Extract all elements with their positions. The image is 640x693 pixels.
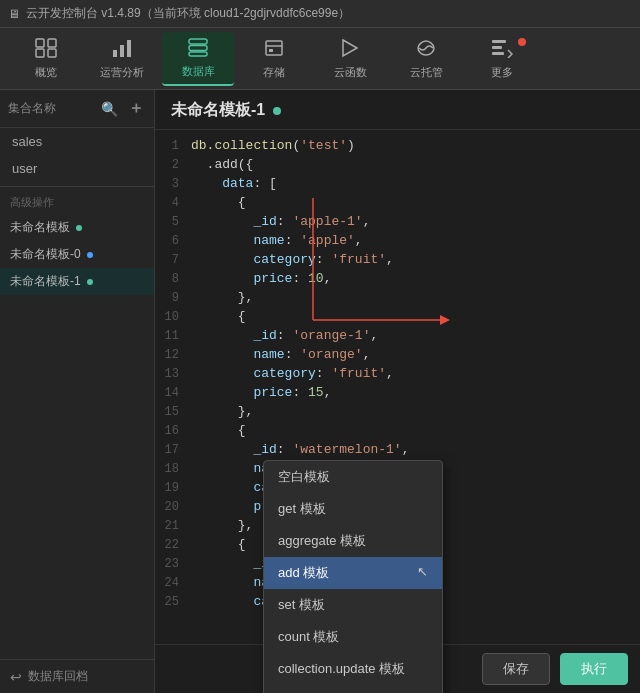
content-header: 未命名模板-1 (155, 90, 640, 130)
app-icon: 🖥 (8, 7, 20, 21)
code-line: 17 _id: 'watermelon-1', (155, 442, 640, 461)
execute-button[interactable]: 执行 (560, 653, 628, 685)
more-icon (491, 38, 513, 61)
functions-icon (339, 38, 361, 61)
line-content: _id: 'orange-1', (191, 328, 632, 343)
toolbar-label-hosting: 云托管 (410, 65, 443, 80)
code-line: 15 }, (155, 404, 640, 423)
line-content: { (191, 309, 632, 324)
code-line: 9 }, (155, 290, 640, 309)
line-number: 14 (155, 385, 191, 400)
code-line: 11 _id: 'orange-1', (155, 328, 640, 347)
line-content: _id: 'apple-1', (191, 214, 632, 229)
more-badge (518, 38, 526, 46)
svg-rect-6 (127, 40, 131, 57)
svg-rect-14 (492, 40, 506, 43)
line-number: 19 (155, 480, 191, 495)
context-menu-item-4[interactable]: set 模板 (264, 589, 442, 621)
line-number: 22 (155, 537, 191, 552)
line-content: .add({ (191, 157, 632, 172)
line-number: 12 (155, 347, 191, 362)
code-line: 6 name: 'apple', (155, 233, 640, 252)
sidebar-item-user[interactable]: user (0, 155, 154, 182)
svg-rect-4 (113, 50, 117, 57)
context-menu-item-6[interactable]: collection.update 模板 (264, 653, 442, 685)
code-line: 12 name: 'orange', (155, 347, 640, 366)
toolbar: 概览 运营分析 数据库 (0, 28, 640, 90)
code-line: 3 data: [ (155, 176, 640, 195)
backup-label: 数据库回档 (28, 668, 88, 685)
toolbar-item-overview[interactable]: 概览 (10, 32, 82, 86)
template-title: 未命名模板-1 (171, 100, 265, 121)
sidebar-collection-0[interactable]: 未命名模板 (0, 214, 154, 241)
line-content: name: 'orange', (191, 347, 632, 362)
toolbar-item-database[interactable]: 数据库 (162, 32, 234, 86)
toolbar-item-more[interactable]: 更多 (466, 32, 538, 86)
add-collection-icon[interactable]: ＋ (126, 96, 146, 121)
svg-marker-13 (343, 40, 357, 56)
sidebar-item-sales[interactable]: sales (0, 128, 154, 155)
context-menu-item-7[interactable]: doc.update 模板 (264, 685, 442, 693)
sidebar-collection-label-1: 未命名模板-0 (10, 246, 81, 263)
svg-rect-12 (269, 49, 273, 52)
save-button[interactable]: 保存 (482, 653, 550, 685)
cursor-icon: ↖ (417, 564, 428, 579)
line-content: price: 15, (191, 385, 632, 400)
line-number: 20 (155, 499, 191, 514)
code-line: 10 { (155, 309, 640, 328)
collection-status-dot-2 (87, 279, 93, 285)
toolbar-label-analytics: 运营分析 (100, 65, 144, 80)
storage-icon (263, 38, 285, 61)
line-number: 21 (155, 518, 191, 533)
database-backup-button[interactable]: ↩ 数据库回档 (0, 659, 154, 693)
context-menu-item-1[interactable]: get 模板 (264, 493, 442, 525)
line-content: category: 'fruit', (191, 252, 632, 267)
sidebar-collection-label: 集合名称 (8, 100, 93, 117)
line-number: 23 (155, 556, 191, 571)
toolbar-item-functions[interactable]: 云函数 (314, 32, 386, 86)
code-line: 5 _id: 'apple-1', (155, 214, 640, 233)
line-content: category: 'fruit', (191, 366, 632, 381)
title-dot (273, 107, 281, 115)
toolbar-item-hosting[interactable]: 云托管 (390, 32, 462, 86)
code-line: 13 category: 'fruit', (155, 366, 640, 385)
line-number: 25 (155, 594, 191, 609)
sidebar-collection-2[interactable]: 未命名模板-1 (0, 268, 154, 295)
context-menu-item-2[interactable]: aggregate 模板 (264, 525, 442, 557)
line-content: db.collection('test') (191, 138, 632, 153)
sidebar-collection-1[interactable]: 未命名模板-0 (0, 241, 154, 268)
line-number: 15 (155, 404, 191, 419)
search-icon[interactable]: 🔍 (99, 99, 120, 119)
svg-rect-9 (189, 52, 207, 56)
line-number: 6 (155, 233, 191, 248)
line-content: name: 'apple', (191, 233, 632, 248)
line-number: 4 (155, 195, 191, 210)
database-icon (187, 37, 209, 60)
context-menu-item-5[interactable]: count 模板 (264, 621, 442, 653)
line-number: 17 (155, 442, 191, 457)
toolbar-label-overview: 概览 (35, 65, 57, 80)
line-number: 11 (155, 328, 191, 343)
line-content: data: [ (191, 176, 632, 191)
toolbar-item-storage[interactable]: 存储 (238, 32, 310, 86)
collection-status-dot-1 (87, 252, 93, 258)
content-area: 未命名模板-1 1db.collection('test')2 .add({3 … (155, 90, 640, 693)
svg-rect-5 (120, 45, 124, 57)
context-menu-item-0[interactable]: 空白模板 (264, 461, 442, 493)
code-line: 1db.collection('test') (155, 138, 640, 157)
collection-status-dot-0 (76, 225, 82, 231)
context-menu-item-3[interactable]: add 模板↖ (264, 557, 442, 589)
svg-rect-15 (492, 46, 502, 49)
line-content: }, (191, 404, 632, 419)
line-number: 1 (155, 138, 191, 153)
line-content: }, (191, 290, 632, 305)
code-line: 4 { (155, 195, 640, 214)
svg-rect-7 (189, 39, 207, 44)
line-number: 10 (155, 309, 191, 324)
code-line: 7 category: 'fruit', (155, 252, 640, 271)
line-number: 24 (155, 575, 191, 590)
titlebar: 🖥 云开发控制台 v1.4.89（当前环境 cloud1-2gdjrvddfc6… (0, 0, 640, 28)
line-number: 8 (155, 271, 191, 286)
toolbar-item-analytics[interactable]: 运营分析 (86, 32, 158, 86)
sidebar-section-advanced: 高级操作 (0, 186, 154, 214)
